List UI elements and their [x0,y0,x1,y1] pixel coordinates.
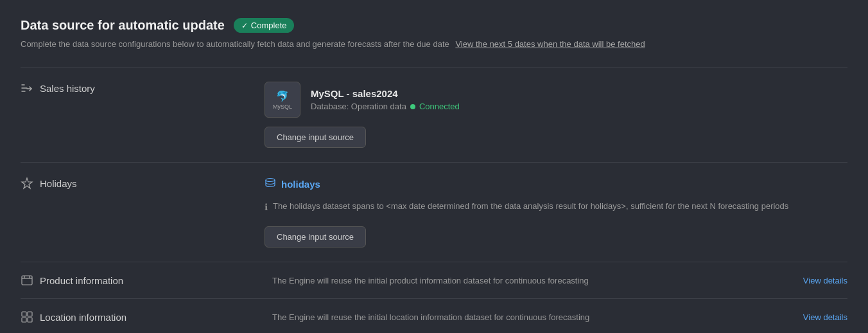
product-view-details-link[interactable]: View details [803,276,847,285]
holidays-dataset-name: holidays [265,177,847,191]
location-reuse-text: The Engine will reuse the initial locati… [272,312,795,322]
sales-history-content: 🐬 MySQL MySQL - sales2024 Database: Oper… [265,82,847,148]
location-info-text: Location information [40,312,126,323]
svg-rect-4 [22,318,26,322]
page-title: Data source for automatic update [21,18,225,33]
sales-history-label: Sales history [21,82,265,94]
subtitle: Complete the data source configurations … [21,39,847,49]
holidays-dataset-info: ℹ The holidays dataset spans to <max dat… [265,201,847,212]
page-container: Data source for automatic update ✓ Compl… [0,0,868,333]
connected-status: Connected [419,102,460,111]
fetch-dates-link[interactable]: View the next 5 dates when the data will… [455,39,645,49]
holidays-icon [21,177,33,190]
location-view-details-link[interactable]: View details [803,312,847,322]
sales-history-icon [21,82,33,94]
svg-point-0 [266,179,275,182]
mysql-logo: 🐬 MySQL [265,82,300,118]
product-info-text: Product information [40,275,123,286]
header-row: Data source for automatic update ✓ Compl… [21,18,847,33]
sales-history-section: Sales history 🐬 MySQL MySQL - sales2024 … [21,67,847,162]
location-info-label: Location information [21,310,265,323]
location-info-section: Location information The Engine will reu… [21,298,847,333]
check-icon: ✓ [241,21,248,30]
holidays-section: Holidays holidays ℹ The holidays dataset… [21,162,847,262]
holidays-content: holidays ℹ The holidays dataset spans to… [265,177,847,248]
sales-history-text: Sales history [40,83,95,94]
change-input-source-button-sales[interactable]: Change input source [265,127,366,148]
product-reuse-text: The Engine will reuse the initial produc… [272,276,795,285]
db-title: MySQL - sales2024 [311,88,460,99]
mysql-info: MySQL - sales2024 Database: Operation da… [311,88,460,111]
change-input-source-button-holidays[interactable]: Change input source [265,226,366,248]
info-icon: ℹ [265,202,268,212]
location-info-icon [21,310,33,323]
product-info-label: Product information [21,274,265,287]
db-stack-icon [265,177,276,191]
holidays-label: Holidays [21,177,265,190]
complete-badge: ✓ Complete [234,18,295,33]
db-subtitle: Database: Operation data Connected [311,102,460,111]
svg-rect-1 [22,276,32,285]
svg-rect-5 [28,318,32,322]
connected-dot [410,104,415,109]
svg-rect-2 [22,312,26,316]
mysql-dolphin-icon: 🐬 [276,90,289,102]
svg-rect-3 [28,312,32,316]
product-info-icon [21,274,33,287]
mysql-card: 🐬 MySQL MySQL - sales2024 Database: Oper… [265,82,847,118]
holidays-text: Holidays [40,178,77,189]
product-info-section: Product information The Engine will reus… [21,262,847,298]
